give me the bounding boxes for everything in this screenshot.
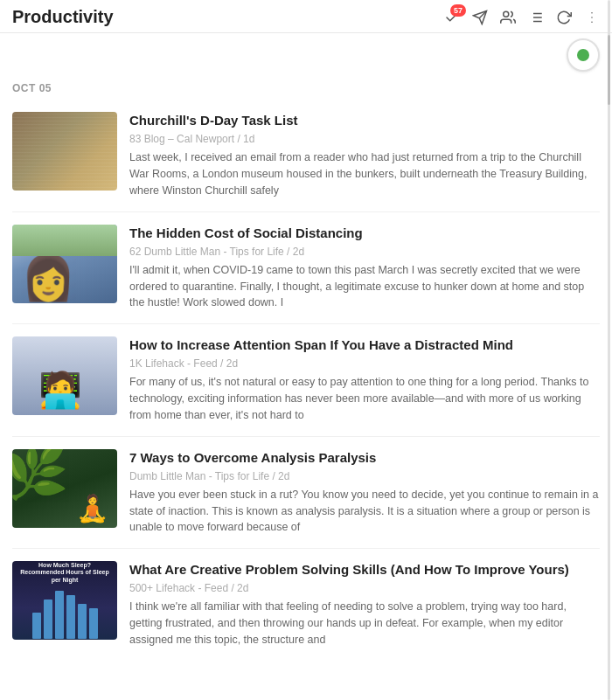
notification-badge: 57: [450, 4, 466, 17]
article-thumbnail: [12, 449, 117, 528]
article-title: The Hidden Cost of Social Distancing: [129, 225, 600, 242]
list-item[interactable]: How to Increase Attention Span If You Ha…: [12, 324, 600, 437]
article-meta: 62 Dumb Little Man - Tips for Life / 2d: [129, 246, 600, 258]
article-thumbnail: [12, 112, 117, 191]
list-item[interactable]: 7 Ways to Overcome Analysis Paralysis Du…: [12, 437, 600, 550]
bar: [66, 595, 75, 639]
article-title: How to Increase Attention Span If You Ha…: [129, 336, 600, 354]
bar: [78, 604, 87, 639]
article-excerpt: I think we're all familiar with that fee…: [129, 599, 600, 648]
article-thumbnail: [12, 336, 117, 415]
bar: [44, 600, 52, 639]
status-indicator[interactable]: [567, 38, 600, 72]
article-list: Churchill's D-Day Task List 83 Blog – Ca…: [0, 100, 612, 661]
list-icon[interactable]: [528, 10, 544, 25]
article-content: How to Increase Attention Span If You Ha…: [129, 336, 600, 424]
article-thumbnail: [12, 225, 117, 303]
scroll-thumb[interactable]: [608, 35, 610, 105]
article-excerpt: Have you ever been stuck in a rut? You k…: [129, 487, 600, 536]
svg-point-10: [591, 17, 593, 18]
article-title: What Are Creative Problem Solving Skills…: [129, 561, 600, 579]
svg-point-11: [591, 21, 593, 23]
app-header: Productivity 57: [0, 0, 612, 33]
article-meta: 1K Lifehack - Feed / 2d: [129, 357, 600, 370]
status-row: [0, 33, 612, 73]
green-dot: [577, 49, 589, 61]
article-title: 7 Ways to Overcome Analysis Paralysis: [129, 449, 600, 467]
svg-point-9: [591, 12, 593, 14]
article-excerpt: For many of us, it's not natural or easy…: [129, 374, 600, 423]
list-item[interactable]: How Much Sleep?Recommended Hours of Slee…: [12, 549, 600, 661]
article-meta: 83 Blog – Cal Newport / 1d: [129, 133, 600, 145]
svg-point-2: [504, 11, 509, 17]
refresh-icon[interactable]: [556, 10, 572, 25]
list-item[interactable]: Churchill's D-Day Task List 83 Blog – Ca…: [12, 100, 600, 212]
page-title: Productivity: [12, 7, 114, 27]
scrollbar[interactable]: [608, 0, 610, 700]
article-title: Churchill's D-Day Task List: [129, 112, 600, 129]
article-content: What Are Creative Problem Solving Skills…: [129, 561, 600, 648]
send-icon[interactable]: [472, 10, 488, 25]
users-icon[interactable]: [500, 10, 516, 25]
header-icons: 57: [444, 10, 600, 25]
article-excerpt: I'll admit it, when COVID-19 came to tow…: [129, 262, 600, 311]
bar: [89, 608, 98, 639]
bar: [55, 591, 64, 639]
article-meta: 500+ Lifehack - Feed / 2d: [129, 582, 600, 594]
article-content: Churchill's D-Day Task List 83 Blog – Ca…: [129, 112, 600, 199]
article-thumbnail: How Much Sleep?Recommended Hours of Slee…: [12, 561, 117, 640]
bar: [32, 613, 41, 639]
article-meta: Dumb Little Man - Tips for Life / 2d: [129, 470, 600, 482]
article-content: The Hidden Cost of Social Distancing 62 …: [129, 225, 600, 312]
badge-container[interactable]: 57: [444, 10, 460, 25]
sleep-chart: [32, 591, 98, 639]
more-icon[interactable]: [584, 10, 600, 25]
article-excerpt: Last week, I received an email from a re…: [129, 149, 600, 198]
list-item[interactable]: The Hidden Cost of Social Distancing 62 …: [12, 212, 600, 325]
article-content: 7 Ways to Overcome Analysis Paralysis Du…: [129, 449, 600, 537]
date-label: OCT 05: [0, 73, 612, 100]
